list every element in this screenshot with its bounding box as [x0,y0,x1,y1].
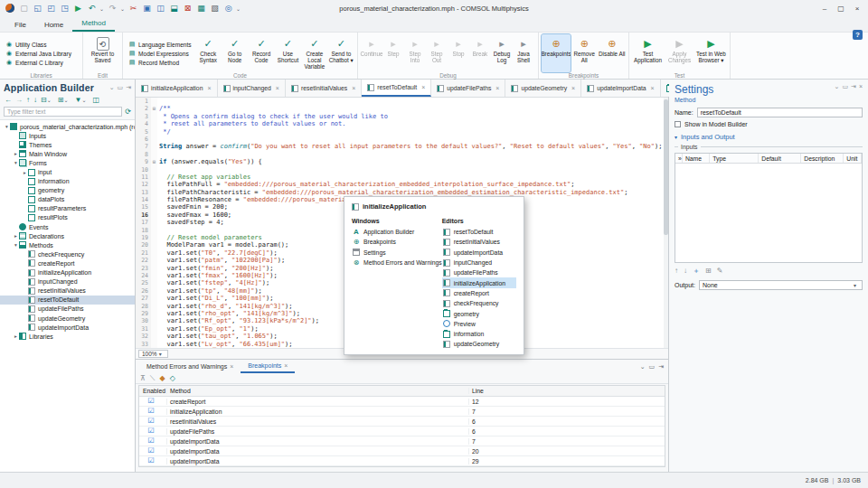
fold-marker-icon[interactable] [151,128,157,136]
add-multiple-icon[interactable]: ⊞ [705,267,712,275]
tree-item[interactable]: ▾ porous_material_characterization.mph (… [0,122,135,131]
fold-marker-icon[interactable]: ⊟ [151,105,157,112]
fold-marker-icon[interactable]: ⊟ [151,158,157,165]
duplicate-icon[interactable]: ⬓ [168,3,180,14]
line-number[interactable]: 31 [136,325,151,333]
close-tab-icon[interactable]: × [651,85,655,91]
ribbon-large-button[interactable]: ▶ Apply Changes [664,34,695,72]
inputs-output-section-header[interactable]: ▾ Inputs and Output [675,133,863,141]
expand-all-icon[interactable]: ⊞⌄ [58,96,71,104]
line-number[interactable]: 32 [136,333,151,340]
line-number[interactable]: 24 [136,272,151,279]
breakpoint-row[interactable]: ☑ updateImportData 20 [139,446,665,456]
editor-tab[interactable]: updateFilePaths × [431,80,505,97]
move-down-icon[interactable]: ↓ [33,96,37,104]
refresh-icon[interactable]: ⟳ [125,108,131,116]
fold-marker-icon[interactable] [151,113,157,120]
output-select[interactable]: None ▾ [699,280,863,290]
menu-tab[interactable]: Home [35,19,72,32]
line-number[interactable]: 13 [136,189,151,196]
tree-expander-icon[interactable]: ▾ [13,242,19,248]
line-number[interactable]: 10 [136,166,151,174]
line-number[interactable]: 26 [136,287,151,295]
new-file-icon[interactable]: ▢ [18,3,30,14]
fold-marker-icon[interactable] [151,196,157,203]
fold-marker-icon[interactable] [151,120,157,127]
line-number[interactable]: 30 [136,317,151,324]
tree-expander-icon[interactable]: ▸ [13,233,19,239]
revert-to-saved-button[interactable]: ⟲ Revert to Saved [87,34,118,72]
ribbon-large-button[interactable]: ▸ Step Out [426,34,448,72]
tree-expander-icon[interactable]: ▸ [13,151,19,156]
fold-marker-icon[interactable] [151,219,157,226]
collapse-all-icon[interactable]: ⊟⌄ [41,96,54,104]
fold-marker-icon[interactable] [151,234,157,241]
fold-marker-icon[interactable] [151,136,157,143]
editor-tab[interactable]: updateImportData × [581,80,661,97]
fold-marker-icon[interactable] [151,257,157,264]
line-number[interactable]: 8 [136,151,151,158]
ribbon-large-button[interactable]: ⊕ Remove All [571,34,599,72]
tree-item[interactable]: updateFilePaths [0,305,135,314]
close-icon[interactable]: × [859,83,863,90]
line-number[interactable]: 27 [136,295,151,302]
close-tab-icon[interactable]: × [571,85,575,91]
filter-input[interactable]: Type filter text [4,107,122,117]
line-number[interactable]: 1 [136,98,151,105]
save-as-icon[interactable]: ◳ [59,3,71,14]
tree-item[interactable]: dataPlots [0,195,135,204]
tree-item[interactable]: initializeApplication [0,268,135,277]
ribbon-large-button[interactable]: ⊕ Breakpoints [542,34,571,72]
line-number[interactable]: 3 [136,113,151,120]
redo-menu-icon[interactable]: ⌄ [120,5,125,12]
editor-tab[interactable]: inputChanged × [218,80,286,97]
edit-input-icon[interactable]: ✎ [717,267,723,275]
tree-item[interactable]: Themes [0,140,135,149]
ribbon-large-button[interactable]: ⊕ Disable All [599,34,627,72]
help-button[interactable]: ? [853,30,863,40]
close-button[interactable]: × [850,3,864,14]
ribbon-large-button[interactable]: ▸ Debug Log [491,34,513,72]
close-tab-icon[interactable]: × [207,85,211,91]
fold-marker-icon[interactable] [151,203,157,211]
tree-item[interactable]: ▸ Declarations [0,231,135,240]
tree-item[interactable]: ▸ Libraries [0,332,135,341]
fold-marker-icon[interactable] [151,227,157,234]
clear-breakpoint-icon[interactable]: ⟍ [150,374,156,383]
back-icon[interactable]: ← [5,96,12,104]
popup-window-item[interactable]: Settings [352,248,442,258]
popup-window-item[interactable]: ⊕ Breakpoints [352,237,442,247]
editor-tab[interactable]: updateGeometry × [505,80,581,97]
enabled-checkbox[interactable]: ☑ [143,437,159,445]
model-node-icon[interactable]: ▦ [195,3,207,14]
panel-pin-icon[interactable]: ⇥ [851,83,856,90]
tree-item[interactable]: ▸ Main Window [0,149,135,158]
maximize-button[interactable]: ▢ [834,3,848,14]
line-number[interactable]: 21 [136,249,151,257]
fold-marker-icon[interactable] [151,249,157,257]
line-number[interactable]: 9 [136,158,151,165]
popup-editor-item[interactable]: geometry [442,308,516,318]
tree-item[interactable]: inputChanged [0,277,135,286]
ribbon-large-button[interactable]: ✓ Check Syntax [194,34,221,72]
sync-breakpoint-icon[interactable]: ◇ [170,374,175,382]
menu-tab[interactable]: Method [72,17,115,32]
close-tab-icon[interactable]: × [230,363,233,370]
tree-item[interactable]: resetToDefault [0,296,135,305]
ribbon-large-button[interactable]: ✓ Record Code [248,34,274,72]
fold-marker-icon[interactable] [151,317,157,324]
inputs-column-header[interactable]: Unit [844,154,862,163]
tree-expander-icon[interactable]: ▸ [13,333,19,339]
close-tab-icon[interactable]: × [352,85,355,91]
line-number[interactable]: 16 [136,211,151,219]
popup-editor-item[interactable]: initializeApplication [442,277,516,287]
editor-tab[interactable]: initializeApplication × [136,80,218,97]
breakpoint-row[interactable]: ☑ updateImportData 7 [139,436,665,446]
fold-marker-icon[interactable] [151,303,157,310]
bottom-panel-tab[interactable]: Breakpoints × [241,360,295,373]
popup-editor-item[interactable]: createReport [442,288,516,298]
fold-marker-icon[interactable] [151,341,157,348]
line-number[interactable]: 5 [136,128,151,136]
panel-menu-icon[interactable]: ⌄ [109,84,115,91]
line-number[interactable]: 12 [136,181,151,188]
